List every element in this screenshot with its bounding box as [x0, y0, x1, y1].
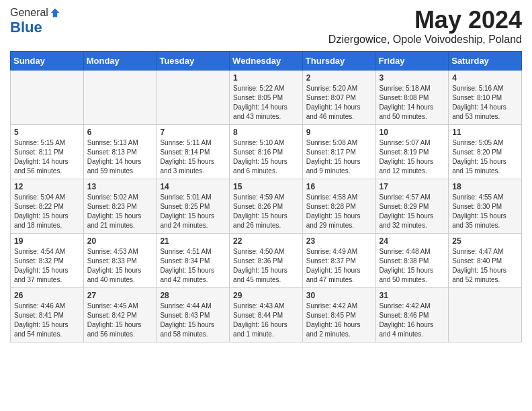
cell-content: Sunrise: 4:51 AM Sunset: 8:34 PM Dayligh…: [160, 247, 226, 285]
day-number: 25: [452, 236, 518, 246]
calendar-cell: 13Sunrise: 5:02 AM Sunset: 8:23 PM Dayli…: [83, 179, 157, 233]
calendar-cell: 24Sunrise: 4:48 AM Sunset: 8:38 PM Dayli…: [375, 233, 449, 287]
svg-marker-0: [51, 9, 60, 17]
calendar-cell: 1Sunrise: 5:22 AM Sunset: 8:05 PM Daylig…: [230, 70, 303, 124]
calendar-week-row: 12Sunrise: 5:04 AM Sunset: 8:22 PM Dayli…: [11, 179, 522, 233]
day-number: 7: [160, 128, 226, 137]
calendar-cell: 15Sunrise: 4:59 AM Sunset: 8:26 PM Dayli…: [230, 179, 303, 233]
calendar-cell: 12Sunrise: 5:04 AM Sunset: 8:22 PM Dayli…: [11, 179, 84, 233]
day-header-tuesday: Tuesday: [157, 51, 230, 70]
calendar-cell: 23Sunrise: 4:49 AM Sunset: 8:37 PM Dayli…: [302, 233, 375, 287]
cell-content: Sunrise: 4:54 AM Sunset: 8:32 PM Dayligh…: [14, 247, 80, 285]
day-number: 24: [380, 236, 445, 246]
cell-content: Sunrise: 4:53 AM Sunset: 8:33 PM Dayligh…: [87, 247, 153, 285]
calendar-cell: 27Sunrise: 4:45 AM Sunset: 8:42 PM Dayli…: [83, 287, 157, 342]
day-number: 16: [306, 182, 372, 191]
cell-content: Sunrise: 4:48 AM Sunset: 8:38 PM Dayligh…: [380, 247, 445, 285]
calendar-table: SundayMondayTuesdayWednesdayThursdayFrid…: [10, 51, 522, 342]
logo-icon: [50, 7, 60, 18]
calendar-cell: 5Sunrise: 5:15 AM Sunset: 8:11 PM Daylig…: [11, 124, 84, 179]
day-header-monday: Monday: [83, 51, 157, 70]
day-number: 18: [452, 182, 518, 191]
day-number: 17: [380, 182, 445, 191]
cell-content: Sunrise: 4:59 AM Sunset: 8:26 PM Dayligh…: [233, 193, 299, 230]
calendar-cell: 11Sunrise: 5:05 AM Sunset: 8:20 PM Dayli…: [449, 124, 522, 179]
calendar-week-row: 19Sunrise: 4:54 AM Sunset: 8:32 PM Dayli…: [11, 233, 522, 287]
cell-content: Sunrise: 5:04 AM Sunset: 8:22 PM Dayligh…: [14, 193, 80, 230]
calendar-cell: 20Sunrise: 4:53 AM Sunset: 8:33 PM Dayli…: [83, 233, 157, 287]
day-number: 20: [87, 236, 153, 246]
day-number: 5: [14, 128, 80, 137]
calendar-cell: [83, 70, 157, 124]
calendar-header-row: SundayMondayTuesdayWednesdayThursdayFrid…: [11, 51, 522, 70]
day-number: 1: [233, 73, 299, 83]
calendar-week-row: 1Sunrise: 5:22 AM Sunset: 8:05 PM Daylig…: [11, 70, 522, 124]
title-block: May 2024 Dziergowice, Opole Voivodeship,…: [328, 7, 522, 46]
cell-content: Sunrise: 5:18 AM Sunset: 8:08 PM Dayligh…: [380, 84, 445, 122]
calendar-cell: 22Sunrise: 4:50 AM Sunset: 8:36 PM Dayli…: [230, 233, 303, 287]
calendar-cell: 9Sunrise: 5:08 AM Sunset: 8:17 PM Daylig…: [302, 124, 375, 179]
calendar-cell: 18Sunrise: 4:55 AM Sunset: 8:30 PM Dayli…: [449, 179, 522, 233]
cell-content: Sunrise: 5:22 AM Sunset: 8:05 PM Dayligh…: [233, 84, 299, 122]
cell-content: Sunrise: 4:45 AM Sunset: 8:42 PM Dayligh…: [87, 302, 153, 339]
day-number: 10: [380, 128, 445, 137]
calendar-cell: [11, 70, 84, 124]
day-number: 28: [160, 291, 226, 300]
logo-blue-text: Blue: [10, 19, 42, 36]
cell-content: Sunrise: 4:47 AM Sunset: 8:40 PM Dayligh…: [452, 247, 518, 285]
calendar-cell: 10Sunrise: 5:07 AM Sunset: 8:19 PM Dayli…: [375, 124, 449, 179]
day-number: 9: [306, 128, 372, 137]
calendar-cell: 31Sunrise: 4:42 AM Sunset: 8:46 PM Dayli…: [375, 287, 449, 342]
day-header-sunday: Sunday: [11, 51, 84, 70]
day-number: 11: [452, 128, 518, 137]
location-text: Dziergowice, Opole Voivodeship, Poland: [328, 34, 522, 46]
cell-content: Sunrise: 5:16 AM Sunset: 8:10 PM Dayligh…: [452, 84, 518, 122]
calendar-cell: 30Sunrise: 4:42 AM Sunset: 8:45 PM Dayli…: [302, 287, 375, 342]
calendar-cell: 7Sunrise: 5:11 AM Sunset: 8:14 PM Daylig…: [157, 124, 230, 179]
calendar-cell: 6Sunrise: 5:13 AM Sunset: 8:13 PM Daylig…: [83, 124, 157, 179]
calendar-cell: 3Sunrise: 5:18 AM Sunset: 8:08 PM Daylig…: [375, 70, 449, 124]
calendar-cell: 26Sunrise: 4:46 AM Sunset: 8:41 PM Dayli…: [11, 287, 84, 342]
calendar-cell: 16Sunrise: 4:58 AM Sunset: 8:28 PM Dayli…: [302, 179, 375, 233]
calendar-week-row: 5Sunrise: 5:15 AM Sunset: 8:11 PM Daylig…: [11, 124, 522, 179]
calendar-cell: 2Sunrise: 5:20 AM Sunset: 8:07 PM Daylig…: [302, 70, 375, 124]
calendar-cell: 14Sunrise: 5:01 AM Sunset: 8:25 PM Dayli…: [157, 179, 230, 233]
cell-content: Sunrise: 5:13 AM Sunset: 8:13 PM Dayligh…: [87, 138, 153, 176]
cell-content: Sunrise: 5:08 AM Sunset: 8:17 PM Dayligh…: [306, 138, 372, 176]
day-number: 15: [233, 182, 299, 191]
day-number: 23: [306, 236, 372, 246]
day-number: 19: [14, 236, 80, 246]
day-number: 4: [452, 73, 518, 83]
page-header: General Blue May 2024 Dziergowice, Opole…: [10, 7, 522, 46]
calendar-cell: 28Sunrise: 4:44 AM Sunset: 8:43 PM Dayli…: [157, 287, 230, 342]
day-number: 29: [233, 291, 299, 300]
day-header-saturday: Saturday: [449, 51, 522, 70]
cell-content: Sunrise: 4:42 AM Sunset: 8:46 PM Dayligh…: [380, 302, 445, 339]
cell-content: Sunrise: 5:10 AM Sunset: 8:16 PM Dayligh…: [233, 138, 299, 176]
logo-general-text: General: [10, 7, 48, 19]
day-number: 21: [160, 236, 226, 246]
cell-content: Sunrise: 4:42 AM Sunset: 8:45 PM Dayligh…: [306, 302, 372, 339]
day-number: 27: [87, 291, 153, 300]
day-number: 26: [14, 291, 80, 300]
day-number: 31: [380, 291, 445, 300]
cell-content: Sunrise: 4:49 AM Sunset: 8:37 PM Dayligh…: [306, 247, 372, 285]
logo: General Blue: [10, 7, 60, 36]
day-number: 12: [14, 182, 80, 191]
day-number: 13: [87, 182, 153, 191]
cell-content: Sunrise: 4:50 AM Sunset: 8:36 PM Dayligh…: [233, 247, 299, 285]
calendar-cell: 17Sunrise: 4:57 AM Sunset: 8:29 PM Dayli…: [375, 179, 449, 233]
day-header-wednesday: Wednesday: [230, 51, 303, 70]
cell-content: Sunrise: 4:55 AM Sunset: 8:30 PM Dayligh…: [452, 193, 518, 230]
calendar-cell: [449, 287, 522, 342]
calendar-cell: 29Sunrise: 4:43 AM Sunset: 8:44 PM Dayli…: [230, 287, 303, 342]
cell-content: Sunrise: 4:44 AM Sunset: 8:43 PM Dayligh…: [160, 302, 226, 339]
day-number: 3: [380, 73, 445, 83]
day-number: 22: [233, 236, 299, 246]
day-header-thursday: Thursday: [302, 51, 375, 70]
cell-content: Sunrise: 4:43 AM Sunset: 8:44 PM Dayligh…: [233, 302, 299, 339]
cell-content: Sunrise: 4:46 AM Sunset: 8:41 PM Dayligh…: [14, 302, 80, 339]
calendar-cell: 8Sunrise: 5:10 AM Sunset: 8:16 PM Daylig…: [230, 124, 303, 179]
day-number: 8: [233, 128, 299, 137]
calendar-cell: 21Sunrise: 4:51 AM Sunset: 8:34 PM Dayli…: [157, 233, 230, 287]
